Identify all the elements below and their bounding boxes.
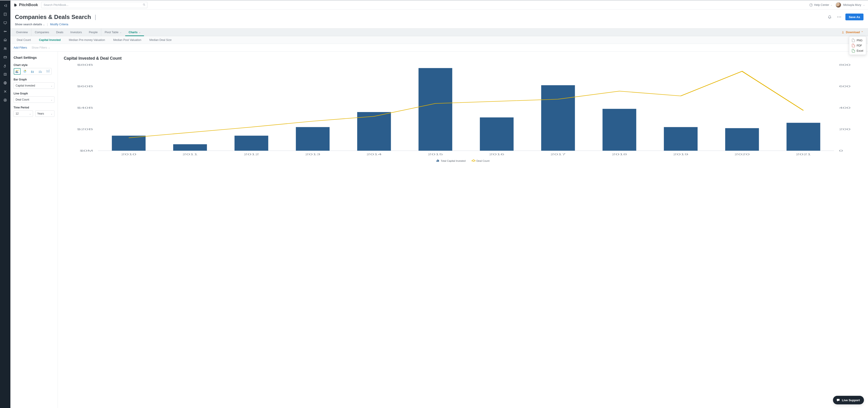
- style-pie[interactable]: [22, 68, 28, 74]
- time-period-unit-select[interactable]: Years ⌄: [35, 110, 55, 117]
- nav-companies-icon[interactable]: [3, 12, 7, 16]
- more-icon[interactable]: [836, 13, 843, 20]
- nav-institution-icon[interactable]: [3, 38, 7, 42]
- tab-pivot-table[interactable]: Pivot Table⌄: [101, 29, 125, 36]
- tab-companies[interactable]: Companies: [31, 29, 53, 36]
- svg-rect-19: [33, 71, 34, 73]
- chevron-down-icon: ⌄: [51, 99, 53, 101]
- download-menu: PNG PDF Excel: [849, 36, 866, 55]
- tab-overview[interactable]: Overview: [13, 29, 31, 36]
- subtab-median-post-valuation[interactable]: Median Post Valuation: [109, 36, 145, 44]
- global-search: [41, 2, 147, 8]
- svg-text:2013: 2013: [305, 153, 320, 156]
- style-label: Chart style: [13, 64, 55, 67]
- svg-text:$60B: $60B: [77, 85, 93, 88]
- svg-text:2019: 2019: [673, 153, 688, 156]
- style-grouped-bar[interactable]: [29, 68, 36, 74]
- chevron-down-icon: ⌄: [863, 4, 865, 6]
- style-range-bar[interactable]: [44, 68, 51, 74]
- nav-people-icon[interactable]: [3, 46, 7, 50]
- add-filters-link[interactable]: Add Filters: [13, 46, 27, 49]
- bar: [235, 136, 268, 151]
- svg-text:200: 200: [839, 128, 850, 131]
- chart-subtabs: Deal CountCapital InvestedMedian Pre-mon…: [10, 36, 868, 44]
- bar-graph-label: Bar Graph: [13, 78, 55, 81]
- tab-investors[interactable]: Investors: [67, 29, 86, 36]
- line-graph-select[interactable]: Deal Count ⌄: [13, 97, 55, 103]
- results-tabs: OverviewCompaniesDealsInvestorsPeoplePiv…: [10, 29, 868, 36]
- svg-rect-16: [31, 71, 31, 73]
- subtab-deal-count[interactable]: Deal Count: [13, 36, 35, 44]
- svg-text:2011: 2011: [182, 153, 197, 156]
- chart-style-picker: [13, 68, 52, 75]
- help-center[interactable]: ? Help Center ⌄: [809, 3, 832, 6]
- nav-screen-icon[interactable]: [3, 21, 7, 25]
- live-support-button[interactable]: Live Support: [833, 396, 864, 404]
- time-period-number-select[interactable]: 12 ⌄: [13, 110, 33, 117]
- bar: [786, 123, 820, 151]
- svg-rect-23: [40, 70, 41, 71]
- download-png[interactable]: PNG: [849, 38, 866, 43]
- tab-charts[interactable]: Charts⌄: [125, 29, 145, 36]
- chart-legend: Total Capital Invested Deal Count: [64, 160, 862, 162]
- file-png-icon: [852, 39, 855, 42]
- bar: [173, 144, 207, 151]
- svg-text:$80B: $80B: [77, 64, 93, 66]
- svg-text:$20B: $20B: [77, 128, 93, 131]
- svg-point-9: [837, 16, 838, 17]
- subtab-median-pre-money-valuation[interactable]: Median Pre-money Valuation: [65, 36, 109, 44]
- svg-text:2015: 2015: [428, 153, 443, 156]
- save-as-button[interactable]: Save As: [845, 13, 864, 20]
- svg-text:2021: 2021: [796, 153, 811, 156]
- subtab-capital-invested[interactable]: Capital Invested: [35, 36, 65, 44]
- bar-graph-select[interactable]: Capital Invested ⌄: [13, 82, 55, 89]
- svg-point-10: [839, 16, 839, 17]
- time-period-label: Time Period: [13, 106, 55, 109]
- tab-people[interactable]: People: [86, 29, 101, 36]
- nav-tools-icon[interactable]: [3, 90, 7, 94]
- style-stacked-bar[interactable]: [37, 68, 43, 74]
- chevron-down-icon: ⌄: [48, 46, 50, 49]
- bar: [112, 136, 146, 151]
- svg-point-7: [5, 99, 6, 100]
- svg-text:0: 0: [839, 149, 843, 152]
- show-filters-toggle[interactable]: Show Filters ⌄: [32, 46, 50, 49]
- tab-deals[interactable]: Deals: [53, 29, 67, 36]
- svg-point-11: [840, 16, 841, 17]
- notifications-icon[interactable]: [827, 13, 833, 20]
- svg-text:600: 600: [839, 85, 850, 88]
- subtab-median-deal-size[interactable]: Median Deal Size: [145, 36, 176, 44]
- chevron-down-icon: ⌄: [139, 31, 141, 33]
- nav-profile-icon[interactable]: [3, 98, 7, 102]
- svg-text:400: 400: [839, 106, 850, 109]
- chevron-down-icon: ⌄: [51, 112, 53, 115]
- download-excel[interactable]: Excel: [849, 48, 866, 53]
- nav-deals-icon[interactable]: [3, 29, 7, 33]
- svg-text:2020: 2020: [735, 153, 749, 156]
- brand-logo[interactable]: PitchBook: [13, 3, 38, 7]
- show-details-toggle[interactable]: Show search details ⌄: [15, 23, 45, 26]
- nav-card-icon[interactable]: [3, 55, 7, 59]
- user-menu[interactable]: Mickayla Mury ⌄: [835, 2, 865, 8]
- nav-globe-icon[interactable]: [3, 81, 7, 85]
- bar: [664, 127, 698, 151]
- download-pdf[interactable]: PDF: [849, 43, 866, 48]
- collapse-icon[interactable]: [3, 4, 7, 8]
- svg-point-3: [5, 48, 6, 49]
- bar: [480, 117, 514, 151]
- nav-hand-icon[interactable]: [3, 64, 7, 68]
- style-bar-line[interactable]: [14, 68, 21, 74]
- search-input[interactable]: [41, 2, 147, 8]
- chart-settings-panel: Chart Settings Chart style: [10, 52, 58, 408]
- svg-text:800: 800: [839, 64, 850, 66]
- svg-rect-17: [32, 70, 32, 73]
- legend-line: Deal Count: [472, 160, 490, 162]
- help-icon: ?: [809, 3, 813, 6]
- download-menu-toggle[interactable]: Download ⌃: [839, 29, 866, 36]
- topbar: PitchBook ? Help Center ⌄ Mickayla Mury …: [10, 0, 868, 9]
- svg-text:2017: 2017: [550, 153, 565, 156]
- nav-book-icon[interactable]: [3, 72, 7, 76]
- modify-criteria-link[interactable]: Modify Criteria: [50, 23, 68, 26]
- svg-text:2014: 2014: [366, 153, 382, 156]
- chevron-down-icon: ⌄: [831, 4, 832, 6]
